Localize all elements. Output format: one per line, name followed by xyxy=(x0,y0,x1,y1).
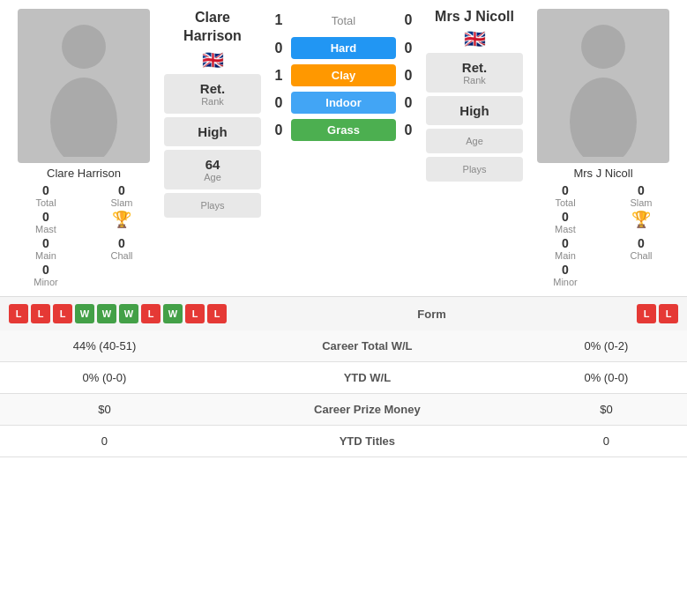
total-score-left: 1 xyxy=(266,12,291,28)
left-player-stats: 0 Total 0 Slam 0 Mast 🏆 0 Main 0 Chall 0 xyxy=(9,183,159,287)
right-total-val: 0 xyxy=(528,183,602,197)
right-player-silhouette xyxy=(559,16,647,157)
left-high-box: High xyxy=(164,117,261,146)
form-label: Form xyxy=(417,308,446,321)
left-rank-box: Ret. Rank xyxy=(164,74,261,114)
right-slam-val: 0 xyxy=(604,183,678,197)
left-rank-lbl: Rank xyxy=(168,96,258,107)
right-main-lbl: Main xyxy=(528,250,602,261)
left-total-val: 0 xyxy=(9,183,83,197)
left-minor-val: 0 xyxy=(9,263,83,277)
right-player-avatar xyxy=(537,9,669,163)
left-form-badge-w: W xyxy=(97,304,116,323)
left-main-lbl: Main xyxy=(9,250,83,261)
right-slam-item: 0 Slam xyxy=(604,183,678,208)
stats-center-1: YTD W/L xyxy=(209,362,526,394)
middle-scores-column: 1 Total 0 0 Hard 0 1 Clay 0 0 Indoor 0 0… xyxy=(266,9,421,141)
right-info-column: Mrs J Nicoll 🇬🇧 Ret. Rank High Age Plays xyxy=(426,9,523,182)
left-player-block: Clare Harrison 0 Total 0 Slam 0 Mast 🏆 0… xyxy=(9,9,159,287)
clay-left: 1 xyxy=(266,68,291,84)
stats-center-2: Career Prize Money xyxy=(209,394,526,426)
stats-row-0: 44% (40-51)Career Total W/L0% (0-2) xyxy=(0,330,687,362)
total-score-right: 0 xyxy=(396,12,421,28)
right-player-stats: 0 Total 0 Slam 0 Mast 🏆 0 Main 0 Chall 0 xyxy=(528,183,678,287)
right-age-lbl: Age xyxy=(429,136,519,146)
stats-row-1: 0% (0-0)YTD W/L0% (0-0) xyxy=(0,362,687,394)
grass-right: 0 xyxy=(396,122,421,138)
indoor-left: 0 xyxy=(266,95,291,111)
left-slam-val: 0 xyxy=(85,183,159,197)
left-plays-lbl: Plays xyxy=(168,200,258,211)
right-slam-lbl: Slam xyxy=(604,197,678,208)
right-rank-lbl: Rank xyxy=(429,75,519,85)
stats-right-2: $0 xyxy=(526,394,687,426)
left-rank-val: Ret. xyxy=(168,81,258,96)
left-form-badge-w: W xyxy=(119,304,138,323)
right-rank-val: Ret. xyxy=(429,60,519,75)
right-high-box: High xyxy=(426,96,523,125)
indoor-score-row: 0 Indoor 0 xyxy=(266,92,421,114)
stats-table: 44% (40-51)Career Total W/L0% (0-2)0% (0… xyxy=(0,330,687,457)
right-mast-val: 0 xyxy=(528,210,602,224)
left-slam-lbl: Slam xyxy=(85,197,159,208)
stats-center-0: Career Total W/L xyxy=(209,330,526,362)
stats-left-2: $0 xyxy=(0,394,209,426)
right-player-block: Mrs J Nicoll 0 Total 0 Slam 0 Mast 🏆 0 M… xyxy=(528,9,678,287)
right-trophy-icon: 🏆 xyxy=(604,210,678,234)
svg-point-2 xyxy=(581,25,625,69)
clay-score-row: 1 Clay 0 xyxy=(266,64,421,86)
left-age-box: 64 Age xyxy=(164,150,261,189)
grass-surface-tag: Grass xyxy=(291,119,396,141)
left-chall-lbl: Chall xyxy=(85,250,159,261)
left-high-val: High xyxy=(168,124,258,139)
right-minor-val: 0 xyxy=(528,263,602,277)
left-mast-lbl: Mast xyxy=(9,224,83,234)
right-form-badge-l: L xyxy=(637,304,656,323)
right-form-badge-l: L xyxy=(659,304,678,323)
left-total-item: 0 Total xyxy=(9,183,83,208)
right-total-item: 0 Total xyxy=(528,183,602,208)
right-mast-item: 0 Mast xyxy=(528,210,602,234)
total-score-label: Total xyxy=(291,14,396,27)
hard-right: 0 xyxy=(396,41,421,56)
left-slam-item: 0 Slam xyxy=(85,183,159,208)
left-player-avatar xyxy=(18,9,150,163)
right-chall-item: 0 Chall xyxy=(604,236,678,261)
left-mast-item: 0 Mast xyxy=(9,210,83,234)
right-chall-val: 0 xyxy=(604,236,678,250)
left-player-name-line1: Clare xyxy=(195,10,230,25)
left-mast-val: 0 xyxy=(9,210,83,224)
total-score-row: 1 Total 0 xyxy=(266,9,421,32)
left-trophy-icon: 🏆 xyxy=(85,210,159,234)
left-age-val: 64 xyxy=(168,157,258,172)
right-high-val: High xyxy=(429,103,519,118)
left-total-lbl: Total xyxy=(9,197,83,208)
right-form-badges: LL xyxy=(637,304,678,323)
right-plays-lbl: Plays xyxy=(429,164,519,174)
right-total-lbl: Total xyxy=(528,197,602,208)
left-form-badge-w: W xyxy=(163,304,183,323)
stats-left-1: 0% (0-0) xyxy=(0,362,209,394)
left-form-badge-l: L xyxy=(141,304,161,323)
left-form-badge-l: L xyxy=(31,304,50,323)
stats-left-0: 44% (40-51) xyxy=(0,330,209,362)
left-form-badge-w: W xyxy=(75,304,94,323)
left-minor-lbl: Minor xyxy=(9,277,83,287)
left-chall-item: 0 Chall xyxy=(85,236,159,261)
left-form-badge-l: L xyxy=(207,304,227,323)
left-main-item: 0 Main xyxy=(9,236,83,261)
stats-row-2: $0Career Prize Money$0 xyxy=(0,394,687,426)
clay-surface-tag: Clay xyxy=(291,64,396,86)
left-age-lbl: Age xyxy=(168,172,258,182)
left-form-badges: LLLWWWLWLL xyxy=(9,304,227,323)
form-section: LLLWWWLWLL Form LL xyxy=(0,296,687,330)
left-minor-item: 0 Minor xyxy=(9,263,83,287)
svg-point-0 xyxy=(62,25,106,69)
stats-table-body: 44% (40-51)Career Total W/L0% (0-2)0% (0… xyxy=(0,330,687,457)
hard-score-row: 0 Hard 0 xyxy=(266,37,421,59)
left-main-val: 0 xyxy=(9,236,83,250)
stats-right-1: 0% (0-0) xyxy=(526,362,687,394)
right-flag: 🇬🇧 xyxy=(426,28,523,49)
right-main-val: 0 xyxy=(528,236,602,250)
stats-right-0: 0% (0-2) xyxy=(526,330,687,362)
